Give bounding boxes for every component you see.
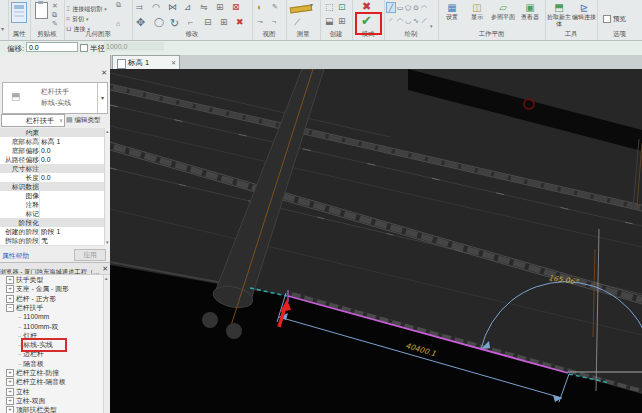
tree-item[interactable]: +栏杆立柱-防撞 <box>6 368 108 377</box>
prop-row[interactable]: 拆除的阶段无 <box>0 236 104 246</box>
split-icon[interactable]: ⇋ <box>200 3 208 12</box>
radius-checkbox[interactable] <box>80 44 88 52</box>
preview-checkbox[interactable] <box>603 15 611 23</box>
viewer-button[interactable]: ▣查看器 <box>518 2 542 21</box>
clipboard-group: ✕ ⧉ ✎ 剪贴板 <box>30 0 65 40</box>
tree-item[interactable]: +栏杆 - 正方形 <box>6 294 108 303</box>
apply-button[interactable]: 应用 <box>74 249 106 261</box>
edit-type-icon: ▤ <box>66 116 73 123</box>
draw-spline-tool[interactable]: ∿ <box>412 16 420 25</box>
measure-angle-icon[interactable]: ⟋ <box>294 18 300 27</box>
rotate-icon[interactable]: ↻ <box>170 18 179 29</box>
pick-new-host-button[interactable]: ⬒拾取新主体 <box>547 2 571 28</box>
hide-icon[interactable]: ◐ <box>257 3 262 12</box>
create-parts-icon[interactable]: ⊞ <box>338 17 346 26</box>
display-icon[interactable]: ¬ <box>272 18 276 25</box>
create-assembly-icon[interactable]: ⬓ <box>325 17 334 26</box>
selection-filter-combo[interactable]: 栏杆扶手 ∨ <box>1 114 65 127</box>
wall-joins-icon[interactable]: ⌂ <box>116 20 120 27</box>
paste-icon[interactable] <box>35 2 48 19</box>
ref-plane-button[interactable]: ▱参照平面 <box>490 2 516 21</box>
draw-rectangle-tool[interactable]: ▭ <box>396 3 404 12</box>
align-icon[interactable]: ⫤ <box>136 3 143 12</box>
trim-icon[interactable]: ⌐ <box>188 18 193 27</box>
edit-joins-icon: ⊵ <box>572 2 596 14</box>
chevron-down-icon[interactable]: ▾ <box>310 2 313 8</box>
mirror-axis-icon[interactable]: ⋈ <box>168 3 177 12</box>
offset-icon[interactable]: ◠ <box>152 3 160 12</box>
beam-copings-icon[interactable]: ⧉ <box>116 1 121 8</box>
unpin-icon[interactable]: ⊠ <box>232 3 240 12</box>
viewer-icon: ▣ <box>518 2 542 14</box>
draw-line-tool[interactable]: ╱ <box>386 2 396 13</box>
set-workplane-button[interactable]: ▦设置 <box>440 2 464 21</box>
create-similar-icon[interactable]: ⬚ <box>325 3 334 12</box>
measure-group-label: 测量 <box>286 30 320 39</box>
tutorial-highlight-tree-item <box>21 338 67 352</box>
create-group-icon[interactable]: ⊡ <box>338 3 346 12</box>
workplane-group: ▦设置 ◫显示 ▱参照平面 ▣查看器 工作平面 <box>438 0 546 40</box>
cope-menu[interactable]: ⌶连接端切割▾ <box>66 1 107 11</box>
copy-tool-icon[interactable]: ◯ <box>154 18 164 27</box>
geometry-group: ⌶连接端切割▾ ⌗剪切▾ ⊔连接▾ ⧉ ⌂ 几何图形 <box>64 0 133 40</box>
offset-label: 偏移: <box>7 44 24 54</box>
show-workplane-button[interactable]: ◫显示 <box>465 2 489 21</box>
draw-polygon-tool[interactable]: ⬠ <box>404 3 412 12</box>
draw-scroll-icon[interactable]: ▾ <box>430 24 433 29</box>
override-icon[interactable]: ✎ <box>272 3 278 10</box>
draw-center-arc-tool[interactable]: ◠ <box>396 16 404 25</box>
move-icon[interactable]: ✥ <box>136 17 145 28</box>
project-browser-close-icon[interactable]: ✕ <box>102 263 108 274</box>
tree-item[interactable]: +扶手类型 <box>6 275 108 284</box>
scale-icon[interactable]: ⊟ <box>204 18 212 27</box>
tree-item[interactable]: +栏杆立柱-隔音板 <box>6 377 108 386</box>
type-selector[interactable]: ⬒ 栏杆扶手 标线-实线 ▾ <box>2 82 108 114</box>
view-tab-close-icon[interactable]: ✕ <box>171 56 176 70</box>
properties-help-link[interactable]: 属性帮助 <box>2 251 29 261</box>
tree-item[interactable]: +立柱 <box>6 387 108 396</box>
project-browser-titlebar[interactable]: 项目浏览器 - 厦门跨东海城通道工程（… ✕ <box>0 263 110 275</box>
tree-item[interactable]: +顶部扶栏类型 <box>6 405 108 413</box>
draw-arc-tool[interactable]: ◠ <box>420 3 428 12</box>
options-group: 预览 选项 <box>597 0 642 40</box>
copy-icon[interactable]: ⧉ <box>52 11 57 18</box>
draw-pick-lines-tool[interactable]: ⟋ <box>420 16 428 25</box>
view-group: ◐ ✎ ⊸ ¬ 视图 <box>252 0 287 40</box>
create-group-label: 创建 <box>320 30 352 39</box>
view-tab-level1[interactable]: 标高 1 ✕ <box>112 55 180 70</box>
draw-circle-tool[interactable]: ⊙ <box>412 3 420 12</box>
properties-close-icon[interactable]: ✕ <box>101 69 107 77</box>
tree-item[interactable]: +支座 - 金属 - 圆形 <box>6 284 108 293</box>
tree-item[interactable]: −栏杆扶手 <box>6 303 108 312</box>
project-browser: 项目浏览器 - 厦门跨东海城通道工程（… ✕ +扶手类型 +支座 - 金属 - … <box>0 262 111 413</box>
delete-icon[interactable]: ✖ <box>236 18 244 27</box>
cut-geometry-menu[interactable]: ⌗剪切▾ <box>66 11 88 21</box>
create-group: ⬚ ⊡ ⬓ ⊞ 创建 <box>320 0 353 40</box>
set-workplane-icon: ▦ <box>440 2 464 14</box>
edit-type-button[interactable]: ▤ 编辑类型 <box>66 114 108 125</box>
properties-button[interactable] <box>11 2 27 23</box>
cut-icon[interactable]: ✕ <box>52 2 58 9</box>
view-tab-bar: 标高 1 ✕ <box>110 55 642 69</box>
measure-ruler-icon[interactable] <box>290 4 313 13</box>
offset-input[interactable] <box>26 42 78 52</box>
measure-group: ⟋ ▾ 测量 <box>286 0 321 40</box>
array-icon[interactable]: ⊞ <box>216 3 224 12</box>
options-group-label: 选项 <box>597 30 642 39</box>
view-tab-title: 标高 1 <box>128 56 149 70</box>
drawing-canvas[interactable]: 40400.1 165.06° <box>110 69 642 413</box>
draw-fillet-arc-tool[interactable]: ◜ <box>387 16 395 25</box>
type-selector-family: 栏杆扶手 <box>41 87 69 97</box>
properties-group-label: 属性 <box>8 30 30 39</box>
browser-scrollbar[interactable]: ▴ <box>103 275 110 413</box>
mirror-draw-icon[interactable]: ⊿ <box>184 3 192 12</box>
draw-tangent-arc-tool[interactable]: ◡ <box>404 16 412 25</box>
chevron-down-icon[interactable]: ▾ <box>1 26 4 32</box>
pin-icon[interactable]: ⊞ <box>220 18 228 27</box>
match-type-icon[interactable]: ✎ <box>52 20 58 27</box>
chevron-down-icon[interactable]: ▾ <box>97 83 107 113</box>
linework-icon[interactable]: ⊸ <box>257 18 263 25</box>
edit-joins-button[interactable]: ⊵编辑连接 <box>572 2 596 21</box>
workplane-group-label: 工作平面 <box>438 30 545 39</box>
tree-item[interactable]: +立柱-双面 <box>6 396 108 405</box>
